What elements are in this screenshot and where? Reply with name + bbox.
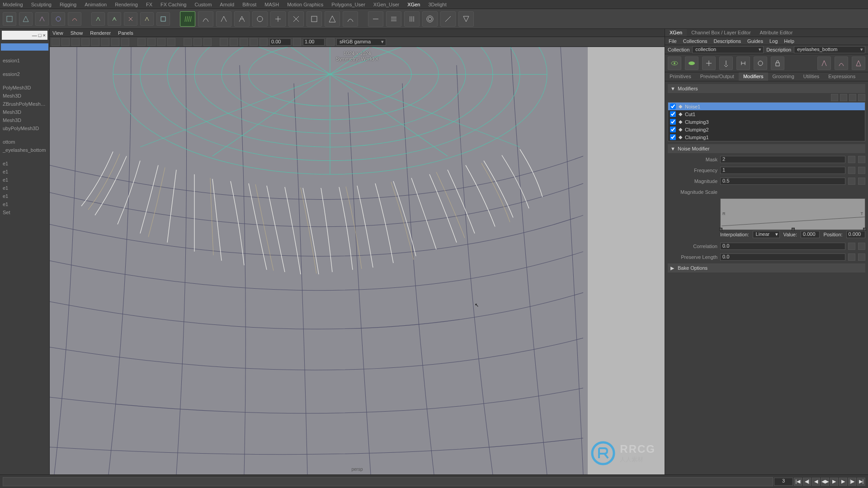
tab-xgen[interactable]: XGen xyxy=(665,29,687,37)
outliner-item[interactable]: e1 xyxy=(1,192,48,200)
shelf-button[interactable] xyxy=(386,11,401,27)
expression-button[interactable] xyxy=(848,178,855,185)
correlation-field[interactable]: 0.0 xyxy=(720,243,845,250)
viewport-menu-item[interactable]: Panels xyxy=(118,30,133,36)
modifiers-section-header[interactable]: ▼ Modifiers xyxy=(668,84,865,93)
step-forward-button[interactable]: ▶ xyxy=(839,478,847,486)
maximize-icon[interactable]: □ xyxy=(38,33,42,38)
modifier-row[interactable]: ◆ Clumping3 xyxy=(668,118,865,126)
shelf-button[interactable] xyxy=(52,12,65,26)
viewport-tool-button[interactable] xyxy=(220,38,228,46)
viewport-tool-button[interactable] xyxy=(147,38,156,46)
modifier-row[interactable]: ◆ Cut1 xyxy=(668,110,865,118)
viewport-tool-button[interactable] xyxy=(81,38,90,46)
shelf-button[interactable] xyxy=(422,11,438,27)
shelf-button[interactable] xyxy=(91,12,105,26)
xgen-menu-item[interactable]: Help xyxy=(784,38,794,44)
workspace-item[interactable]: Sculpting xyxy=(31,2,52,7)
shelf-button[interactable] xyxy=(19,12,33,26)
workspace-item-active[interactable]: XGen xyxy=(407,2,420,7)
shelf-button[interactable] xyxy=(288,11,304,27)
xgen-sculpt-icon[interactable] xyxy=(719,56,733,70)
viewport-tool-button[interactable] xyxy=(157,38,165,46)
viewport-tool-button[interactable] xyxy=(52,38,60,46)
modifier-enable-checkbox[interactable] xyxy=(670,134,676,140)
workspace-item[interactable]: FX Caching xyxy=(160,2,186,7)
outliner-item[interactable]: Mesh3D xyxy=(1,117,48,124)
step-back-button[interactable]: ◀ xyxy=(812,478,820,486)
shelf-button[interactable] xyxy=(140,12,154,26)
go-to-end-button[interactable]: ▶| xyxy=(857,478,865,486)
workspace-item[interactable]: Custom xyxy=(194,2,212,7)
ramp-position-field[interactable]: 0.000 xyxy=(846,231,865,238)
outliner-item[interactable]: ottom xyxy=(1,138,48,145)
mask-field[interactable]: 2 xyxy=(720,156,845,163)
xgen-tab-grooming[interactable]: Grooming xyxy=(768,72,799,81)
shelf-button[interactable] xyxy=(252,11,268,27)
xgen-tab-primitives[interactable]: Primitives xyxy=(665,72,696,81)
viewport-tool-button[interactable] xyxy=(101,38,109,46)
viewport-tool-button[interactable] xyxy=(259,38,268,46)
ramp-value-field[interactable]: 0.000 xyxy=(801,231,820,238)
tab-attribute-editor[interactable]: Attribute Editor xyxy=(755,29,797,37)
frequency-field[interactable]: 1 xyxy=(720,167,845,174)
modifier-enable-checkbox[interactable] xyxy=(670,103,676,109)
outliner-item[interactable]: ZBrushPolyMesh3D xyxy=(1,100,48,108)
magnitude-scale-ramp[interactable]: R T xyxy=(720,198,865,230)
floating-window-titlebar[interactable]: — □ × xyxy=(2,31,47,40)
xgen-export-icon[interactable] xyxy=(852,56,865,70)
outliner-item[interactable]: Mesh3D xyxy=(1,108,48,116)
minimize-icon[interactable]: — xyxy=(32,33,37,38)
shelf-button[interactable] xyxy=(3,12,16,26)
go-to-start-button[interactable]: |◀ xyxy=(794,478,802,486)
viewport-tool-button[interactable] xyxy=(240,38,248,46)
modifier-moveup-button[interactable] xyxy=(831,94,838,101)
workspace-item[interactable]: XGen_User xyxy=(373,2,399,7)
interp-dropdown[interactable]: Linear xyxy=(753,231,780,238)
time-slider[interactable] xyxy=(3,477,773,486)
xgen-tab-expressions[interactable]: Expressions xyxy=(824,72,860,81)
outliner-item[interactable]: ession1 xyxy=(1,57,48,64)
outliner-item[interactable]: _eyelashes_bottom xyxy=(1,146,48,154)
xgen-menu-item[interactable]: Guides xyxy=(747,38,763,44)
tab-channelbox[interactable]: Channel Box / Layer Editor xyxy=(687,29,755,37)
workspace-item[interactable]: FX xyxy=(146,2,152,7)
workspace-item[interactable]: Polygons_User xyxy=(331,2,365,7)
outliner-item[interactable]: e1 xyxy=(1,168,48,175)
viewport-menu-item[interactable]: Renderer xyxy=(90,30,111,36)
current-frame-field[interactable]: 3 xyxy=(774,478,793,486)
outliner-item[interactable]: Mesh3D xyxy=(1,92,48,99)
shelf-button[interactable] xyxy=(404,11,420,27)
shelf-button[interactable] xyxy=(458,11,474,27)
ramp-handle[interactable] xyxy=(792,228,795,231)
modifier-row[interactable]: ◆ Noise1 xyxy=(668,103,865,110)
viewport-tool-button[interactable] xyxy=(184,38,192,46)
modifier-row[interactable]: ◆ Clumping2 xyxy=(668,126,865,133)
shelf-button[interactable] xyxy=(325,11,340,27)
bake-section-header[interactable]: ▶ Bake Options xyxy=(668,263,865,272)
exposure-field[interactable]: 0.00 xyxy=(269,38,291,46)
xgen-tab-utilities[interactable]: Utilities xyxy=(799,72,824,81)
shelf-button[interactable] xyxy=(368,11,383,27)
outliner-item[interactable]: e1 xyxy=(1,184,48,192)
collection-dropdown[interactable]: collection xyxy=(692,46,764,53)
xgen-eye-icon[interactable] xyxy=(668,56,681,70)
outliner-item-selected[interactable] xyxy=(1,43,48,51)
xgen-menu-item[interactable]: Collections xyxy=(683,38,708,44)
expression-button[interactable] xyxy=(848,243,855,250)
xgen-menu-item[interactable]: Descriptions xyxy=(714,38,741,44)
workspace-item[interactable]: Arnold xyxy=(220,2,234,7)
ramp-handle[interactable] xyxy=(863,228,866,231)
modifier-enable-checkbox[interactable] xyxy=(670,119,676,125)
shelf-button[interactable] xyxy=(198,11,213,27)
xgen-tab-modifiers[interactable]: Modifiers xyxy=(739,72,768,81)
workspace-item[interactable]: MASH xyxy=(264,2,279,7)
viewport-tool-button[interactable] xyxy=(250,38,258,46)
viewport-tool-button[interactable] xyxy=(137,38,146,46)
modifier-enable-checkbox[interactable] xyxy=(670,111,676,117)
viewport-tool-button[interactable] xyxy=(193,38,202,46)
slider-button[interactable] xyxy=(858,156,865,163)
xgen-curves-icon[interactable] xyxy=(835,56,848,70)
viewport-tool-button[interactable] xyxy=(61,38,70,46)
step-forward-key-button[interactable]: |▶ xyxy=(848,478,856,486)
